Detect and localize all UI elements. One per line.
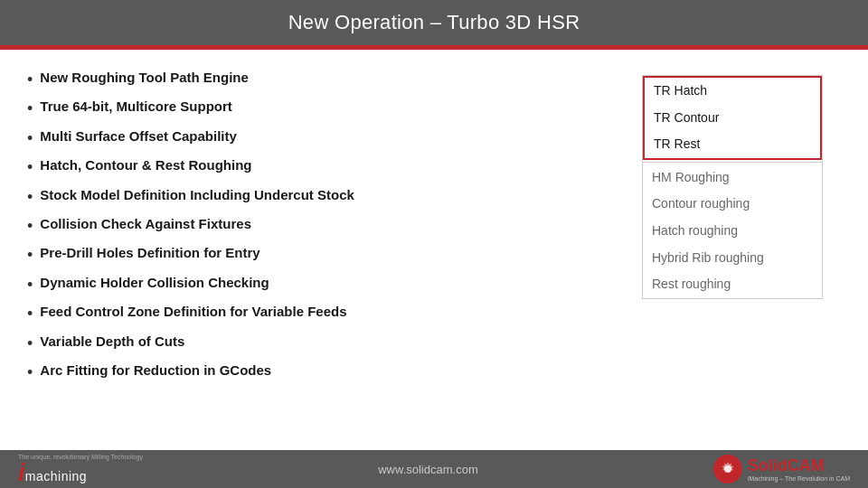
- bullet-dot: •: [27, 128, 33, 149]
- bullet-text-3: Multi Surface Offset Capability: [40, 127, 237, 145]
- bullet-text-4: Hatch, Contour & Rest Roughing: [40, 156, 251, 174]
- dropdown-item-tr-rest[interactable]: TR Rest: [645, 131, 820, 158]
- bullet-item-1: •New Roughing Tool Path Engine: [27, 66, 624, 93]
- dropdown-item-hatch-roughing[interactable]: Hatch roughing: [643, 218, 822, 245]
- bullet-item-11: •Arc Fitting for Reduction in GCodes: [27, 359, 624, 386]
- logo-text-group: The unique, revolutionary Milling Techno…: [18, 454, 143, 485]
- dropdown-item-hybrid-rib-roughing[interactable]: Hybrid Rib roughing: [643, 245, 822, 272]
- bullet-item-8: •Dynamic Holder Collision Checking: [27, 271, 624, 298]
- cam-text: CAM: [788, 456, 825, 474]
- bullet-dot: •: [27, 157, 33, 178]
- bullet-text-2: True 64-bit, Multicore Support: [40, 98, 232, 116]
- dropdown-divider: [643, 162, 822, 163]
- imachining-logo: The unique, revolutionary Milling Techno…: [18, 454, 143, 485]
- bullet-text-11: Arc Fitting for Reduction in GCodes: [40, 361, 271, 380]
- solidcam-name: SolidCAM: [748, 456, 850, 475]
- bullet-text-7: Pre-Drill Holes Definition for Entry: [40, 244, 259, 262]
- bullet-dot: •: [27, 304, 33, 324]
- slide-title: New Operation – Turbo 3D HSR: [288, 11, 580, 33]
- solidcam-logo: SolidCAM iMachining – The Revolution in …: [713, 455, 850, 483]
- slide-footer: The unique, revolutionary Milling Techno…: [0, 450, 868, 488]
- bullet-item-3: •Multi Surface Offset Capability: [27, 125, 624, 152]
- slide: New Operation – Turbo 3D HSR •New Roughi…: [0, 0, 868, 488]
- bullet-item-9: •Feed Control Zone Definition for Variab…: [27, 300, 624, 327]
- footer-right: SolidCAM iMachining – The Revolution in …: [713, 455, 850, 483]
- website-url: www.solidcam.com: [378, 463, 478, 476]
- footer-left: The unique, revolutionary Milling Techno…: [18, 454, 143, 485]
- bullet-text-10: Variable Depth of Cuts: [40, 333, 184, 351]
- bullet-text-5: Stock Model Definition Including Undercu…: [40, 186, 354, 204]
- bullet-dot: •: [27, 70, 33, 90]
- dropdown-item-contour-roughing[interactable]: Contour roughing: [643, 191, 822, 218]
- dropdown-item-tr-hatch[interactable]: TR Hatch: [645, 78, 820, 105]
- bullet-dot: •: [27, 275, 33, 296]
- footer-website: www.solidcam.com: [378, 463, 478, 476]
- operation-dropdown[interactable]: TR Hatch TR Contour TR Rest HM Roughing …: [642, 75, 823, 299]
- slide-content: •New Roughing Tool Path Engine•True 64-b…: [0, 50, 868, 450]
- bullet-dot: •: [27, 362, 33, 383]
- bullet-item-4: •Hatch, Contour & Rest Roughing: [27, 154, 624, 181]
- slide-header: New Operation – Turbo 3D HSR: [0, 0, 868, 45]
- solidcam-tagline: iMachining – The Revolution in CAM: [748, 475, 850, 482]
- bullet-item-7: •Pre-Drill Holes Definition for Entry: [27, 241, 624, 268]
- solidcam-text-group: SolidCAM iMachining – The Revolution in …: [748, 456, 850, 482]
- bullet-dot: •: [27, 245, 33, 266]
- solid-text: Solid: [748, 456, 788, 474]
- logo-wordmark: i machining: [18, 460, 143, 485]
- dropdown-item-rest-roughing[interactable]: Rest roughing: [643, 271, 822, 298]
- bullet-dot: •: [27, 99, 33, 119]
- logo-machining-text: machining: [25, 469, 87, 483]
- bullet-text-8: Dynamic Holder Collision Checking: [40, 274, 269, 292]
- bullet-text-1: New Roughing Tool Path Engine: [40, 69, 249, 87]
- bullet-text-6: Collision Check Against Fixtures: [40, 215, 251, 233]
- bullet-list: •New Roughing Tool Path Engine•True 64-b…: [27, 66, 624, 441]
- logo-i-letter: i: [18, 460, 25, 485]
- bullet-dot: •: [27, 216, 33, 237]
- bullet-item-5: •Stock Model Definition Including Underc…: [27, 183, 624, 211]
- bullet-text-9: Feed Control Zone Definition for Variabl…: [40, 303, 346, 321]
- bullet-dot: •: [27, 333, 33, 354]
- solidcam-gear-icon: [719, 460, 737, 478]
- dropdown-selected-group: TR Hatch TR Contour TR Rest: [643, 76, 822, 160]
- bullet-dot: •: [27, 187, 33, 208]
- dropdown-item-tr-contour[interactable]: TR Contour: [645, 105, 820, 132]
- logo-tagline: The unique, revolutionary Milling Techno…: [18, 454, 143, 460]
- solidcam-icon: [713, 455, 742, 483]
- bullet-item-2: •True 64-bit, Multicore Support: [27, 95, 624, 122]
- right-panel: TR Hatch TR Contour TR Rest HM Roughing …: [642, 66, 841, 441]
- bullet-item-6: •Collision Check Against Fixtures: [27, 212, 624, 239]
- dropdown-item-hm-roughing[interactable]: HM Roughing: [643, 164, 822, 192]
- bullet-item-10: •Variable Depth of Cuts: [27, 330, 624, 357]
